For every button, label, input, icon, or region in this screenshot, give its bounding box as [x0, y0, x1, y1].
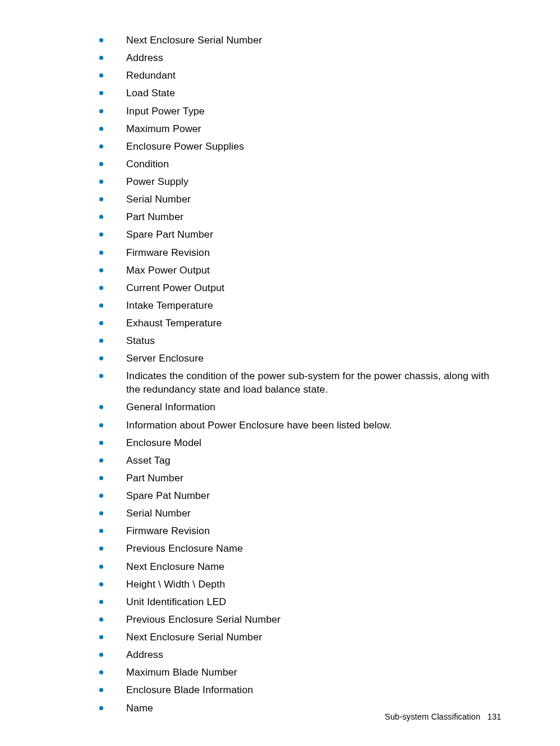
bullet-dot-icon	[99, 91, 103, 95]
bullet-text: Next Enclosure Name	[126, 561, 224, 572]
bullet-text: Intake Temperature	[126, 300, 213, 311]
bullet-text: Condition	[126, 158, 169, 170]
bullet-item: Load State	[91, 87, 501, 100]
bullet-dot-icon	[99, 197, 103, 201]
bullet-dot-icon	[99, 215, 103, 219]
bullet-text: Power Supply	[126, 176, 188, 187]
bullet-dot-icon	[99, 180, 103, 184]
bullet-text: Server Enclosure	[126, 353, 204, 364]
bullet-text: Exhaust Temperature	[126, 318, 222, 329]
bullet-text: Current Power Output	[126, 282, 224, 293]
bullet-item: Next Enclosure Serial Number	[91, 34, 501, 48]
bullet-text: Max Power Output	[126, 265, 210, 276]
bullet-item: Exhaust Temperature	[91, 317, 501, 330]
bullet-text: Maximum Power	[126, 123, 201, 134]
bullet-list: Next Enclosure Serial NumberAddressRedun…	[91, 34, 501, 715]
bullet-dot-icon	[99, 127, 103, 131]
bullet-dot-icon	[99, 546, 103, 551]
bullet-text: Serial Number	[126, 508, 191, 519]
bullet-text: Name	[126, 703, 153, 714]
bullet-dot-icon	[99, 565, 103, 569]
bullet-item: Unit Identification LED	[91, 596, 501, 609]
bullet-item: Next Enclosure Serial Number	[91, 631, 501, 644]
bullet-dot-icon	[99, 529, 103, 533]
bullet-text: Address	[126, 52, 163, 63]
bullet-text: Firmware Revision	[126, 525, 210, 536]
bullet-item: Firmware Revision	[91, 247, 501, 260]
bullet-text: Next Enclosure Serial Number	[126, 35, 262, 46]
bullet-text: Enclosure Power Supplies	[126, 141, 244, 152]
bullet-text: Redundant	[126, 70, 176, 81]
bullet-text: Status	[126, 335, 155, 346]
bullet-item: Spare Part Number	[91, 228, 501, 242]
bullet-text: Information about Power Enclosure have b…	[126, 420, 392, 431]
bullet-item: Spare Pat Number	[91, 490, 501, 503]
bullet-item: Redundant	[91, 69, 501, 83]
bullet-text: Asset Tag	[126, 455, 170, 466]
bullet-text: Maximum Blade Number	[126, 667, 237, 678]
bullet-item: Input Power Type	[91, 105, 501, 119]
bullet-dot-icon	[99, 38, 103, 42]
bullet-text: Height \ Width \ Depth	[126, 579, 225, 590]
bullet-text: Address	[126, 649, 163, 660]
bullet-dot-icon	[99, 268, 103, 272]
bullet-dot-icon	[99, 494, 103, 498]
bullet-dot-icon	[99, 73, 103, 77]
bullet-item: Intake Temperature	[91, 299, 501, 313]
bullet-text: Input Power Type	[126, 106, 205, 117]
bullet-text: Firmware Revision	[126, 247, 210, 258]
bullet-text: Previous Enclosure Name	[126, 543, 243, 554]
bullet-item: Serial Number	[91, 193, 501, 207]
page-content: Next Enclosure Serial NumberAddressRedun…	[0, 0, 560, 715]
bullet-dot-icon	[99, 670, 103, 674]
bullet-dot-icon	[99, 162, 103, 166]
bullet-dot-icon	[99, 251, 103, 255]
bullet-text: Indicates the condition of the power sub…	[126, 370, 490, 395]
bullet-dot-icon	[99, 441, 103, 445]
bullet-item: Information about Power Enclosure have b…	[91, 419, 501, 433]
bullet-dot-icon	[99, 56, 103, 60]
bullet-dot-icon	[99, 600, 103, 604]
bullet-text: Part Number	[126, 472, 183, 484]
bullet-dot-icon	[99, 286, 103, 290]
bullet-item: Enclosure Blade Information	[91, 684, 501, 697]
bullet-item: Condition	[91, 158, 501, 171]
bullet-text: Next Enclosure Serial Number	[126, 632, 262, 643]
bullet-text: Unit Identification LED	[126, 596, 227, 607]
bullet-dot-icon	[99, 476, 103, 480]
bullet-item: Status	[91, 335, 501, 348]
bullet-item: Serial Number	[91, 507, 501, 521]
bullet-item: Maximum Power	[91, 123, 501, 136]
bullet-item: Current Power Output	[91, 282, 501, 295]
bullet-dot-icon	[99, 688, 103, 692]
bullet-dot-icon	[99, 635, 103, 639]
bullet-item: Power Supply	[91, 175, 501, 189]
bullet-item: Part Number	[91, 472, 501, 485]
bullet-dot-icon	[99, 423, 103, 427]
bullet-item: General Information	[91, 401, 501, 414]
bullet-text: Serial Number	[126, 194, 191, 205]
bullet-item: Indicates the condition of the power sub…	[91, 370, 501, 397]
bullet-item: Firmware Revision	[91, 525, 501, 538]
bullet-item: Height \ Width \ Depth	[91, 578, 501, 592]
bullet-item: Part Number	[91, 211, 501, 224]
bullet-dot-icon	[99, 511, 103, 515]
bullet-item: Asset Tag	[91, 454, 501, 468]
bullet-text: Spare Part Number	[126, 229, 213, 240]
bullet-dot-icon	[99, 144, 103, 148]
bullet-dot-icon	[99, 303, 103, 308]
bullet-dot-icon	[99, 405, 103, 409]
bullet-item: Previous Enclosure Serial Number	[91, 613, 501, 627]
bullet-text: Enclosure Blade Information	[126, 684, 253, 696]
bullet-dot-icon	[99, 582, 103, 586]
bullet-text: Part Number	[126, 211, 183, 222]
bullet-text: General Information	[126, 401, 215, 413]
bullet-item: Enclosure Power Supplies	[91, 140, 501, 154]
bullet-dot-icon	[99, 321, 103, 325]
bullet-item: Enclosure Model	[91, 437, 501, 450]
bullet-dot-icon	[99, 232, 103, 237]
bullet-dot-icon	[99, 109, 103, 113]
page-footer: Sub-system Classification131	[385, 712, 501, 721]
bullet-text: Enclosure Model	[126, 437, 201, 448]
bullet-dot-icon	[99, 706, 103, 710]
